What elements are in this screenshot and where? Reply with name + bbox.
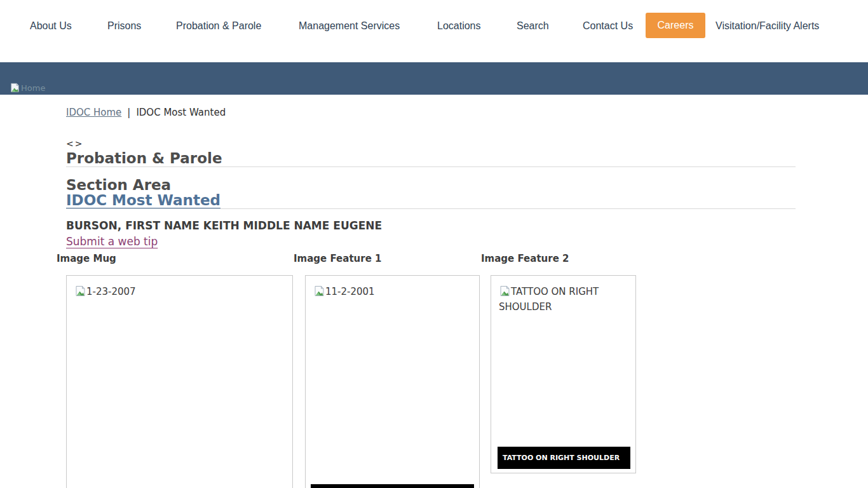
breadcrumb-separator: | — [127, 107, 130, 118]
nav-item-about-us[interactable]: About Us — [30, 20, 72, 32]
breadcrumb: IDOC Home|IDOC Most Wanted — [66, 107, 226, 118]
divider-top — [66, 166, 796, 167]
submit-web-tip-link[interactable]: Submit a web tip — [66, 235, 158, 248]
broken-image-icon — [10, 83, 20, 93]
image-alt-text: 11-2-2001 — [325, 286, 375, 297]
idoc-most-wanted-link[interactable]: IDOC Most Wanted — [66, 192, 220, 208]
broken-image-feature-1: 11-2-2001 — [306, 276, 479, 299]
nav-item-search[interactable]: Search — [517, 20, 549, 32]
image-box-feature-2: TATTOO ON RIGHT SHOULDER TATTOO ON RIGHT… — [491, 275, 636, 473]
home-link[interactable]: Home — [10, 83, 45, 93]
image-caption-feature-2: TATTOO ON RIGHT SHOULDER — [498, 447, 630, 469]
image-box-feature-1: 11-2-2001 — [305, 275, 480, 488]
broken-image-icon — [74, 285, 86, 297]
nav-item-probation-parole[interactable]: Probation & Parole — [176, 20, 261, 32]
nav-item-management-services[interactable]: Management Services — [299, 20, 400, 32]
nav-item-prisons[interactable]: Prisons — [107, 20, 141, 32]
broken-image-feature-2: TATTOO ON RIGHT SHOULDER — [491, 276, 635, 315]
nav-item-visitation-alerts[interactable]: Visitation/Facility Alerts — [715, 20, 819, 32]
nav-item-contact-us[interactable]: Contact Us — [583, 20, 633, 32]
image-alt-text: 1-23-2007 — [86, 286, 136, 297]
column-header-image-feature-1: Image Feature 1 — [294, 253, 381, 264]
home-link-label: Home — [21, 83, 45, 93]
image-caption-feature-1 — [311, 484, 474, 488]
code-fragment: <> — [66, 139, 83, 149]
broken-image-mug: 1-23-2007 — [67, 276, 292, 299]
hero-banner: Home — [0, 62, 868, 95]
column-header-image-feature-2: Image Feature 2 — [481, 253, 569, 264]
page: About Us Prisons Probation & Parole Mana… — [0, 0, 868, 488]
image-alt-text: TATTOO ON RIGHT SHOULDER — [499, 286, 599, 313]
broken-image-icon — [499, 285, 510, 297]
image-box-mug: 1-23-2007 — [66, 275, 293, 488]
top-navigation: About Us Prisons Probation & Parole Mana… — [0, 0, 868, 62]
offender-name: BURSON, FIRST NAME KEITH MIDDLE NAME EUG… — [66, 219, 382, 232]
column-header-image-mug: Image Mug — [57, 253, 116, 264]
breadcrumb-home-link[interactable]: IDOC Home — [66, 107, 121, 118]
divider-bottom — [66, 208, 796, 209]
broken-image-icon — [313, 285, 325, 297]
section-area-heading: Section Area — [66, 177, 171, 193]
page-title: Probation & Parole — [66, 150, 222, 166]
nav-item-careers-button[interactable]: Careers — [646, 13, 705, 38]
breadcrumb-current: IDOC Most Wanted — [136, 107, 226, 118]
nav-item-locations[interactable]: Locations — [437, 20, 481, 32]
